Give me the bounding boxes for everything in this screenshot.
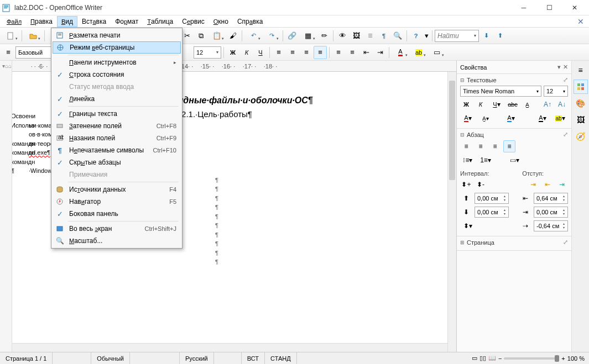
close-button[interactable]: ✕	[562, 0, 587, 15]
status-layout-icon[interactable]: ▭	[472, 355, 477, 362]
menu-formatting-marks[interactable]: ¶ Непечатаемые символыCtrl+F10	[53, 144, 181, 156]
menu-ruler[interactable]: ✓Линейка	[53, 93, 181, 105]
brush-button[interactable]: 🖌	[226, 29, 239, 43]
menu-fullscreen[interactable]: Во весь экранCtrl+Shift+J	[53, 223, 181, 235]
menu-help[interactable]: Справка	[233, 16, 268, 27]
find-next-button[interactable]: ⬇	[479, 29, 493, 43]
italic-button[interactable]: К	[240, 46, 253, 59]
find-button[interactable]: 👁	[336, 29, 349, 43]
draw-button[interactable]: ✏	[317, 29, 331, 43]
para-align-right[interactable]: ≡	[489, 140, 501, 152]
para-number[interactable]: 1≡▾	[478, 154, 493, 166]
indent-inc-button[interactable]: ⇥	[373, 46, 387, 59]
zoom-button[interactable]: 🔍	[391, 29, 404, 43]
sidebar-shrink-font[interactable]: A↓	[556, 98, 568, 110]
nonprinting-button[interactable]: ¶	[377, 29, 390, 43]
para-first-spin[interactable]: -0,64 см▴▾	[534, 220, 568, 231]
menu-field-names[interactable]: ab Назания полейCtrl+F9	[53, 132, 181, 144]
para-indent-first[interactable]: ⇥	[556, 178, 568, 191]
horizontal-scrollbar[interactable]	[12, 343, 447, 352]
status-style[interactable]: Обычный	[91, 352, 130, 364]
para-bullets[interactable]: ⁝≡▾	[460, 154, 476, 166]
para-space-inc[interactable]: ⬍+	[460, 178, 472, 191]
sidebar-shadow[interactable]: A̲	[521, 98, 533, 110]
menu-web-layout[interactable]: Режим веб-страницы	[53, 41, 181, 54]
para-linespacing[interactable]: ⬍▾	[460, 220, 476, 232]
vertical-scrollbar[interactable]	[447, 72, 456, 352]
sidebar-fontsize-combo[interactable]: 12▾	[544, 86, 568, 97]
para-left-spin[interactable]: 0,64 см▴▾	[534, 193, 568, 204]
menu-window[interactable]: Окно	[209, 16, 233, 27]
maximize-button[interactable]: ☐	[537, 0, 561, 15]
menu-sidebar[interactable]: ✓Боковая панель	[53, 208, 181, 220]
para-align-center[interactable]: ≡	[475, 140, 487, 152]
new-button[interactable]	[2, 29, 19, 43]
zoom-in-icon[interactable]: +	[561, 355, 565, 362]
menu-print-layout[interactable]: Разметка печати	[53, 29, 181, 41]
status-selmode[interactable]: СТАНД	[265, 352, 297, 364]
indent-dec-button[interactable]: ⇤	[359, 46, 373, 59]
sidebar-italic[interactable]: К	[475, 98, 487, 110]
sidebar-menu-icon[interactable]: ▾	[557, 64, 561, 71]
menu-hidden-paragraphs[interactable]: ✓Скрытые абзацы	[53, 156, 181, 168]
menu-navigator[interactable]: НавигаторF5	[53, 196, 181, 208]
sidebar-tab-properties[interactable]	[574, 80, 588, 94]
hyperlink-button[interactable]: 🔗	[285, 29, 299, 43]
menu-field-shadings[interactable]: Затенение полейCtrl+F8	[53, 120, 181, 132]
datasources-button[interactable]: ≣	[363, 29, 377, 43]
sidebar-font-combo[interactable]: Times New Roman▾	[460, 86, 541, 97]
sidebar-highlight[interactable]: A▾	[503, 112, 519, 124]
copy-button[interactable]: ⧉	[194, 29, 207, 43]
menu-text-boundaries[interactable]: ✓Границы текста	[53, 108, 181, 120]
sidebar-grow-font[interactable]: A↑	[541, 98, 554, 110]
gallery-button[interactable]: 🖼	[350, 29, 363, 43]
align-right-button[interactable]: ≡	[300, 46, 313, 59]
para-indent-dec[interactable]: ⇤	[541, 178, 554, 191]
align-center-button[interactable]: ≡	[286, 46, 299, 59]
highlight-button[interactable]: ab	[410, 46, 428, 59]
styles-window-button[interactable]: ≡	[2, 46, 15, 59]
open-button[interactable]	[24, 29, 42, 43]
menu-zoom[interactable]: 🔍Масштаб...	[53, 235, 181, 247]
sidebar-spacing[interactable]: A▾	[535, 112, 550, 124]
paste-button[interactable]: 📋	[208, 29, 226, 43]
para-below-spin[interactable]: 0,00 см▴▾	[475, 207, 509, 218]
font-color-button[interactable]: A	[392, 46, 409, 59]
menu-statusbar[interactable]: ✓Строка состояния	[53, 68, 181, 81]
sidebar-bold[interactable]: Ж	[460, 98, 472, 110]
align-justify-button[interactable]: ≡	[314, 46, 327, 59]
para-bgcolor[interactable]: ▭▾	[507, 154, 522, 166]
sidebar-tab-navigator[interactable]: 🧭	[574, 129, 588, 144]
sidebar-sub[interactable]: A̼▾	[478, 112, 493, 124]
font-size-combo[interactable]: 12▾	[194, 46, 221, 59]
sidebar-close-icon[interactable]: ✕	[563, 64, 568, 71]
para-indent-inc[interactable]: ⇥	[527, 178, 539, 191]
bold-button[interactable]: Ж	[226, 46, 239, 59]
redo-button[interactable]: ↷	[263, 29, 280, 43]
status-layout-icon3[interactable]: 📖	[488, 355, 496, 362]
zoom-percent[interactable]: 100 %	[567, 355, 585, 362]
para-above-spin[interactable]: 0,00 см▴▾	[475, 193, 509, 204]
para-space-dec[interactable]: ⬍-	[475, 178, 487, 191]
menu-view[interactable]: Вид	[57, 16, 77, 27]
menu-tools[interactable]: Сервис	[178, 16, 209, 27]
menu-edit[interactable]: Правка	[26, 16, 57, 27]
para-align-justify[interactable]: ≡	[503, 140, 515, 152]
para-align-left[interactable]: ≡	[460, 140, 472, 152]
find-prev-button[interactable]: ⬆	[493, 29, 507, 43]
number-list-button[interactable]: ≡	[332, 46, 345, 59]
underline-button[interactable]: Ч	[254, 46, 267, 59]
status-page[interactable]: Страница 1 / 1	[0, 352, 53, 364]
menu-table[interactable]: Таблица	[143, 16, 178, 27]
bgcolor-button[interactable]: ▭	[428, 46, 446, 59]
sidebar-tab-menu[interactable]: ≡	[574, 63, 588, 77]
status-lang[interactable]: Русский	[180, 352, 214, 364]
sidebar-underline[interactable]: Ч▾	[489, 98, 504, 110]
menu-format[interactable]: Формат	[111, 16, 143, 27]
sidebar-tab-styles[interactable]: 🎨	[574, 96, 588, 110]
para-right-spin[interactable]: 0,00 см▴▾	[534, 207, 568, 218]
status-layout-icon2[interactable]: ▯▯	[479, 355, 486, 362]
minimize-button[interactable]: ─	[512, 0, 536, 15]
menu-toolbars[interactable]: Панели инструментов▸	[53, 56, 181, 68]
zoom-slider[interactable]	[504, 357, 559, 360]
